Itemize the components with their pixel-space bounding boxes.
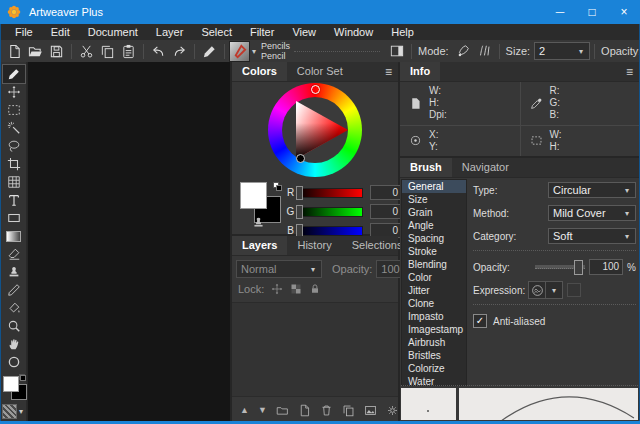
tool-lasso[interactable] (3, 137, 25, 155)
category-dropdown[interactable]: Soft ▾ (548, 228, 636, 244)
tool-mosaic[interactable] (3, 173, 25, 191)
tool-color-swatches[interactable] (2, 374, 26, 400)
brush-category-impasto[interactable]: Impasto (402, 310, 466, 323)
brush-category-stroke[interactable]: Stroke (402, 245, 466, 258)
default-colors-icon[interactable] (19, 374, 26, 381)
blend-mode-dropdown[interactable]: Normal ▾ (236, 260, 322, 278)
brush-selector-chevron-icon[interactable]: ▾ (252, 47, 256, 56)
copy-button[interactable] (97, 41, 118, 61)
hue-selector-dot[interactable] (311, 85, 320, 94)
toggle-panels-button[interactable] (386, 41, 407, 61)
red-value[interactable]: 0 (370, 185, 402, 200)
brush-selector-label[interactable]: Pencils Pencil (261, 41, 290, 61)
tool-text[interactable] (3, 191, 25, 209)
tool-zoom[interactable] (3, 317, 25, 335)
tool-pen[interactable] (3, 281, 25, 299)
brush-opacity-slider[interactable] (535, 265, 585, 269)
brush-category-color[interactable]: Color (402, 271, 466, 284)
tab-history[interactable]: History (287, 236, 341, 255)
lock-position-button[interactable] (271, 283, 283, 295)
brush-preview-thumbnail[interactable] (229, 41, 250, 62)
brush-category-bristles[interactable]: Bristles (402, 349, 466, 362)
tool-shape[interactable] (3, 209, 25, 227)
save-document-button[interactable] (46, 41, 67, 61)
duplicate-layer-button[interactable] (342, 404, 355, 417)
brush-category-grain[interactable]: Grain (402, 206, 466, 219)
brush-category-airbrush[interactable]: Airbrush (402, 336, 466, 349)
tool-crop[interactable] (3, 155, 25, 173)
lock-all-button[interactable] (309, 283, 321, 295)
tab-brush[interactable]: Brush (400, 158, 452, 177)
stamp-icon[interactable] (252, 216, 265, 229)
close-button[interactable]: × (608, 0, 640, 24)
tool-move[interactable] (3, 83, 25, 101)
tab-color-set[interactable]: Color Set (287, 62, 353, 81)
edit-brush-button[interactable] (199, 41, 220, 61)
value-selector-dot[interactable] (296, 154, 305, 163)
minimize-button[interactable]: ─ (544, 0, 576, 24)
brush-category-colorize[interactable]: Colorize (402, 362, 466, 375)
brush-category-clone[interactable]: Clone (402, 297, 466, 310)
antialiased-checkbox[interactable]: ✓ (473, 314, 487, 328)
new-group-button[interactable] (276, 404, 289, 417)
menu-filter[interactable]: Filter (241, 26, 283, 38)
menu-view[interactable]: View (283, 26, 325, 38)
green-value[interactable]: 0 (370, 204, 402, 219)
tool-color-picker[interactable] (3, 353, 25, 371)
paint-mode-button[interactable] (453, 41, 474, 61)
foreground-color-swatch[interactable] (240, 182, 267, 209)
pattern-swatch[interactable] (2, 404, 17, 419)
tool-hand[interactable] (3, 335, 25, 353)
brush-category-blending[interactable]: Blending (402, 258, 466, 271)
tool-rect-select[interactable] (3, 101, 25, 119)
panel-menu-icon[interactable]: ≡ (385, 65, 392, 79)
menu-select[interactable]: Select (192, 26, 241, 38)
expression-source-button[interactable] (528, 281, 546, 299)
stroke-mode-button[interactable] (474, 41, 495, 61)
red-slider-handle[interactable] (296, 186, 303, 200)
layer-list[interactable] (232, 302, 398, 397)
menu-document[interactable]: Document (79, 26, 147, 38)
menu-window[interactable]: Window (325, 26, 382, 38)
menu-help[interactable]: Help (382, 26, 423, 38)
chevron-down-icon[interactable]: ▾ (19, 407, 23, 416)
tool-magic-wand[interactable] (3, 119, 25, 137)
lock-transparency-button[interactable] (290, 283, 302, 295)
size-dropdown[interactable]: 2 ▾ (534, 42, 590, 60)
redo-button[interactable] (169, 41, 190, 61)
brush-opacity-value[interactable]: 100 (589, 259, 623, 275)
tab-colors[interactable]: Colors (232, 62, 287, 81)
brush-opacity-handle[interactable] (574, 260, 583, 275)
brush-category-angle[interactable]: Angle (402, 219, 466, 232)
brush-category-imagestamp[interactable]: Imagestamp (402, 323, 466, 336)
blue-slider[interactable] (297, 226, 363, 236)
green-slider[interactable] (297, 207, 363, 217)
layer-down-button[interactable]: ▼ (258, 405, 267, 415)
new-layer-button[interactable] (298, 404, 311, 417)
tool-eraser[interactable] (3, 245, 25, 263)
tool-fill[interactable] (3, 299, 25, 317)
menu-layer[interactable]: Layer (147, 26, 193, 38)
new-document-button[interactable] (4, 41, 25, 61)
expression-dropdown-button[interactable]: ▾ (546, 281, 563, 299)
red-slider[interactable] (297, 188, 363, 198)
panel-color-swatches[interactable] (238, 182, 284, 232)
tool-gradient[interactable] (3, 227, 25, 245)
cut-button[interactable] (76, 41, 97, 61)
green-slider-handle[interactable] (296, 205, 303, 219)
layer-effects-button[interactable] (364, 404, 377, 417)
undo-button[interactable] (148, 41, 169, 61)
brush-category-jitter[interactable]: Jitter (402, 284, 466, 297)
maximize-button[interactable]: □ (576, 0, 608, 24)
delete-layer-button[interactable] (320, 404, 333, 417)
color-wheel[interactable] (232, 82, 398, 178)
paste-button[interactable] (118, 41, 139, 61)
menu-edit[interactable]: Edit (42, 26, 79, 38)
canvas[interactable] (28, 62, 230, 421)
layer-settings-button[interactable] (386, 404, 399, 417)
menu-file[interactable]: File (6, 26, 42, 38)
tool-clone-stamp[interactable] (3, 263, 25, 281)
tab-info[interactable]: Info (400, 62, 440, 81)
type-dropdown[interactable]: Circular ▾ (548, 182, 636, 198)
expression-invert-button[interactable] (567, 283, 581, 297)
